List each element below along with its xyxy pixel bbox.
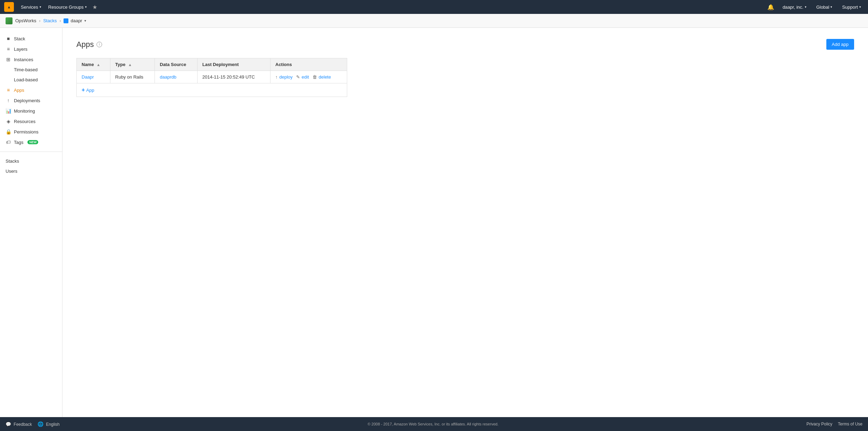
services-menu[interactable]: Services ▾ xyxy=(18,3,44,11)
account-menu[interactable]: daapr, inc. ▾ xyxy=(780,3,809,11)
sidebar-apps-label: Apps xyxy=(14,88,24,93)
copyright-text: © 2008 - 2017, Amazon Web Services, Inc.… xyxy=(368,422,499,426)
col-last-deployment: Last Deployment xyxy=(197,58,270,71)
instances-icon: ⊞ xyxy=(6,57,11,62)
sidebar-item-time-based[interactable]: Time-based xyxy=(0,65,62,75)
sidebar-item-load-based[interactable]: Load-based xyxy=(0,75,62,85)
region-menu[interactable]: Global ▾ xyxy=(813,3,835,11)
sidebar-deployments-label: Deployments xyxy=(14,98,40,103)
stack-caret-icon[interactable]: ▾ xyxy=(84,19,86,23)
col-name[interactable]: Name ▲ xyxy=(77,58,110,71)
main-content: Apps i Add app Name ▲ Type ▲ Data Source xyxy=(62,28,868,417)
sidebar-item-resources[interactable]: ◈ Resources xyxy=(0,116,62,127)
language-link[interactable]: 🌐 English xyxy=(37,421,60,427)
sidebar-divider xyxy=(0,152,62,152)
sidebar-monitoring-label: Monitoring xyxy=(14,108,35,114)
app-type-cell: Ruby on Rails xyxy=(110,71,155,83)
breadcrumb-separator: › xyxy=(39,18,40,23)
sidebar-resources-label: Resources xyxy=(14,119,35,124)
sidebar-item-apps[interactable]: ≡ Apps xyxy=(0,85,62,95)
page-header: Apps i Add app xyxy=(76,39,854,50)
aws-logo: ▲ xyxy=(4,2,14,12)
name-sort-icon: ▲ xyxy=(97,63,100,67)
permissions-icon: 🔒 xyxy=(6,129,11,135)
deploy-action[interactable]: ↑ deploy xyxy=(275,74,293,80)
app-datasource-cell: daaprdb xyxy=(155,71,197,83)
sidebar: ■ Stack ≡ Layers ⊞ Instances Time-based … xyxy=(0,28,62,417)
terms-link[interactable]: Terms of Use xyxy=(838,422,862,426)
sidebar-item-tags[interactable]: 🏷 Tags NEW xyxy=(0,137,62,147)
app-datasource-link[interactable]: daaprdb xyxy=(160,74,176,80)
sidebar-item-deployments[interactable]: ↑ Deployments xyxy=(0,95,62,106)
support-menu[interactable]: Support ▾ xyxy=(839,3,864,11)
layers-icon: ≡ xyxy=(6,46,11,52)
sidebar-item-layers[interactable]: ≡ Layers xyxy=(0,44,62,54)
monitoring-icon: 📊 xyxy=(6,108,11,114)
sidebar-load-based-label: Load-based xyxy=(14,77,38,82)
stack-name[interactable]: daapr xyxy=(70,18,82,23)
apps-icon: ≡ xyxy=(6,87,11,93)
top-navigation: ▲ Services ▾ Resource Groups ▾ ★ 🔔 daapr… xyxy=(0,0,868,14)
sidebar-item-users[interactable]: Users xyxy=(0,166,62,176)
footer: 💬 Feedback 🌐 English © 2008 - 2017, Amaz… xyxy=(0,417,868,431)
sidebar-item-permissions[interactable]: 🔒 Permissions xyxy=(0,127,62,137)
sidebar-item-monitoring[interactable]: 📊 Monitoring xyxy=(0,106,62,116)
breadcrumb-separator-2: › xyxy=(59,18,61,23)
globe-icon: 🌐 xyxy=(37,421,43,427)
add-app-row-cell[interactable]: + App xyxy=(77,83,347,97)
services-caret-icon: ▾ xyxy=(40,5,41,9)
resources-icon: ◈ xyxy=(6,119,11,124)
col-type[interactable]: Type ▲ xyxy=(110,58,155,71)
sidebar-item-stacks[interactable]: Stacks xyxy=(0,156,62,166)
add-plus-icon: + xyxy=(82,87,85,93)
delete-link[interactable]: delete xyxy=(319,74,331,80)
current-stack: daapr ▾ xyxy=(64,18,86,23)
app-name-cell: Daapr xyxy=(77,71,110,83)
stacks-breadcrumb[interactable]: Stacks xyxy=(43,18,57,23)
info-icon[interactable]: i xyxy=(97,42,102,47)
tags-icon: 🏷 xyxy=(6,139,11,145)
edit-icon: ✎ xyxy=(296,74,300,80)
notification-bell-icon[interactable]: 🔔 xyxy=(766,2,776,12)
opsworks-label: OpsWorks xyxy=(15,18,36,23)
footer-right: Privacy Policy Terms of Use xyxy=(807,422,862,426)
deploy-icon: ↑ xyxy=(275,74,278,80)
favorites-star-icon[interactable]: ★ xyxy=(91,2,99,12)
resource-groups-caret-icon: ▾ xyxy=(85,5,87,9)
sidebar-permissions-label: Permissions xyxy=(14,129,39,135)
stack-icon: ■ xyxy=(6,36,11,41)
resource-groups-menu[interactable]: Resource Groups ▾ xyxy=(45,3,90,11)
edit-link[interactable]: edit xyxy=(302,74,309,80)
page-title: Apps xyxy=(76,40,94,49)
region-caret-icon: ▾ xyxy=(831,5,832,9)
feedback-icon: 💬 xyxy=(6,422,11,427)
col-data-source: Data Source xyxy=(155,58,197,71)
privacy-policy-link[interactable]: Privacy Policy xyxy=(807,422,833,426)
svg-text:▲: ▲ xyxy=(7,5,11,9)
support-caret-icon: ▾ xyxy=(859,5,861,9)
table-row: Daapr Ruby on Rails daaprdb 2014-11-15 2… xyxy=(77,71,347,83)
app-last-deployment-cell: 2014-11-15 20:52:49 UTC xyxy=(197,71,270,83)
delete-icon: 🗑 xyxy=(312,74,317,80)
sidebar-item-instances[interactable]: ⊞ Instances xyxy=(0,54,62,65)
sidebar-time-based-label: Time-based xyxy=(14,67,37,72)
col-actions: Actions xyxy=(270,58,347,71)
feedback-link[interactable]: 💬 Feedback xyxy=(6,422,32,427)
opsworks-logo-icon xyxy=(6,17,12,24)
sidebar-instances-label: Instances xyxy=(14,57,33,62)
add-app-button[interactable]: Add app xyxy=(826,39,854,50)
edit-action[interactable]: ✎ edit xyxy=(296,74,309,80)
sidebar-tags-label: Tags xyxy=(14,140,23,145)
sidebar-stack-label: Stack xyxy=(14,36,25,41)
delete-action[interactable]: 🗑 delete xyxy=(312,74,331,80)
add-app-row-label: App xyxy=(86,88,94,93)
deploy-link[interactable]: deploy xyxy=(279,74,293,80)
add-app-row[interactable]: + App xyxy=(77,83,347,97)
stack-color-icon xyxy=(64,18,68,23)
sidebar-item-stack[interactable]: ■ Stack xyxy=(0,33,62,44)
account-caret-icon: ▾ xyxy=(805,5,807,9)
actions-group: ↑ deploy ✎ edit 🗑 delete xyxy=(275,74,342,80)
tags-new-badge: NEW xyxy=(27,140,38,144)
footer-left: 💬 Feedback 🌐 English xyxy=(6,421,60,427)
app-name-link[interactable]: Daapr xyxy=(82,74,94,80)
